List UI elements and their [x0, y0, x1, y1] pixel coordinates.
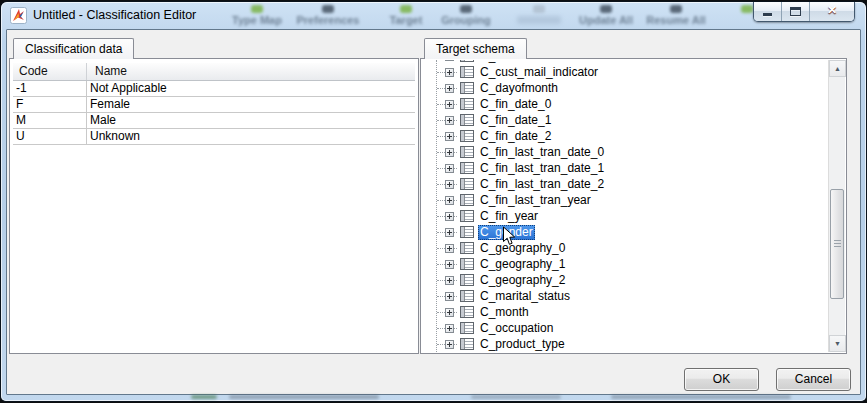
expand-plus-icon[interactable]: [445, 308, 454, 317]
tree-item-label[interactable]: C_fin_last_tran_date_0: [478, 145, 606, 160]
ghost-toolbar-item: Grouping: [441, 14, 491, 26]
tree-item[interactable]: C_fin_last_tran_date_0: [422, 144, 828, 160]
table-row[interactable]: MMale: [13, 113, 415, 129]
tree-scrollbar[interactable]: [828, 60, 845, 352]
expand-plus-icon[interactable]: [445, 132, 454, 141]
dialog-client-area: Classification data Code Name -1Not Appl…: [6, 29, 861, 395]
expand-plus-icon[interactable]: [445, 164, 454, 173]
table-field-icon: [460, 226, 474, 238]
tab-classification-data[interactable]: Classification data: [13, 38, 134, 59]
minimize-button[interactable]: [754, 2, 782, 21]
tree-item[interactable]: C_fin_last_tran_date_1: [422, 160, 828, 176]
tree-item[interactable]: C_geography_2: [422, 272, 828, 288]
expand-plus-icon[interactable]: [445, 276, 454, 285]
expand-plus-icon[interactable]: [445, 292, 454, 301]
expand-plus-icon[interactable]: [445, 180, 454, 189]
tree-item[interactable]: C_geography_1: [422, 256, 828, 272]
tree-item[interactable]: C_fin_date_2: [422, 128, 828, 144]
table-row[interactable]: -1Not Applicable: [13, 81, 415, 97]
tree-item-label[interactable]: C_fin_last_tran_date_2: [478, 177, 606, 192]
table-field-icon: [460, 290, 474, 302]
tree-item[interactable]: C_fin_date_0: [422, 96, 828, 112]
table-row[interactable]: FFemale: [13, 97, 415, 113]
tree-item-label[interactable]: C_fin_year: [478, 209, 540, 224]
expand-plus-icon[interactable]: [445, 68, 454, 77]
ghost-toolbar-item-disabled: [517, 16, 561, 24]
maximize-button[interactable]: [782, 2, 810, 21]
glass-smudge-dark-1: [229, 395, 379, 399]
tree-item[interactable]: C_cust_mail_indicator: [422, 64, 828, 80]
expand-plus-icon[interactable]: [445, 244, 454, 253]
tab-target-schema-label: Target schema: [436, 42, 515, 56]
scroll-up-icon[interactable]: [829, 60, 846, 77]
expand-plus-icon[interactable]: [445, 148, 454, 157]
app-icon: [10, 7, 27, 24]
expand-plus-icon[interactable]: [445, 60, 454, 61]
tree-item-label[interactable]: C_geography_1: [478, 257, 567, 272]
table-row[interactable]: UUnknown: [13, 129, 415, 145]
cell-name[interactable]: Female: [87, 97, 415, 112]
tree-item[interactable]: C_occupation: [422, 320, 828, 336]
expand-plus-icon[interactable]: [445, 212, 454, 221]
tree-item-label[interactable]: C_geography_2: [478, 273, 567, 288]
cancel-button[interactable]: Cancel: [776, 368, 851, 391]
close-icon: [810, 3, 854, 17]
scrollbar-thumb[interactable]: [830, 189, 844, 299]
tree-item-label[interactable]: C_occupation: [478, 321, 555, 336]
expand-plus-icon[interactable]: [445, 324, 454, 333]
expand-plus-icon[interactable]: [445, 228, 454, 237]
tree-item-label[interactable]: C_fin_last_tran_date_1: [478, 161, 606, 176]
tree-item[interactable]: C_fin_date_1: [422, 112, 828, 128]
cell-name[interactable]: Unknown: [87, 129, 415, 144]
tree-item[interactable]: C_marital_status: [422, 288, 828, 304]
expand-plus-icon[interactable]: [445, 100, 454, 109]
tree-item-selected[interactable]: C_gender: [422, 224, 828, 240]
tab-target-schema[interactable]: Target schema: [424, 38, 527, 59]
table-field-icon: [460, 306, 474, 318]
scroll-down-icon[interactable]: [829, 335, 846, 352]
glass-smudge-dark-3: [611, 395, 791, 399]
cell-name[interactable]: Male: [87, 113, 415, 128]
tree-item-label[interactable]: C_fin_date_1: [478, 113, 553, 128]
tree-item[interactable]: C_geography_0: [422, 240, 828, 256]
tree-item-label[interactable]: C_marital_status: [478, 289, 572, 304]
table-field-icon: [460, 66, 474, 78]
tree-item-label[interactable]: C_fin_last_tran_year: [478, 193, 593, 208]
tree-item[interactable]: C_fin_last_tran_year: [422, 192, 828, 208]
column-header-name[interactable]: Name: [87, 63, 415, 80]
table-field-icon: [460, 258, 474, 270]
title-bar[interactable]: Untitled - Classification Editor Type Ma…: [1, 2, 866, 29]
table-field-icon: [460, 194, 474, 206]
ghost-toolbar-item: Update All: [579, 14, 633, 26]
expand-plus-icon[interactable]: [445, 196, 454, 205]
tree-item-label[interactable]: C_fin_date_0: [478, 97, 553, 112]
expand-plus-icon[interactable]: [445, 116, 454, 125]
tree-item[interactable]: C_product_type: [422, 336, 828, 352]
tree-item[interactable]: C_month: [422, 304, 828, 320]
table-body: -1Not ApplicableFFemaleMMaleUUnknown: [13, 81, 415, 145]
tree-item-label[interactable]: C_product_type: [478, 337, 567, 352]
ghost-toolbar-icon: [741, 5, 753, 13]
expand-plus-icon[interactable]: [445, 260, 454, 269]
cell-code[interactable]: U: [13, 129, 87, 144]
table-field-icon: [460, 178, 474, 190]
ok-button[interactable]: OK: [684, 368, 759, 391]
close-button[interactable]: [810, 2, 854, 21]
cell-code[interactable]: -1: [13, 81, 87, 96]
tree-item[interactable]: C_fin_last_tran_date_2: [422, 176, 828, 192]
tree-item-label[interactable]: C_month: [478, 305, 531, 320]
tree-item[interactable]: C_dayofmonth: [422, 80, 828, 96]
tree-item-label[interactable]: C_…: [478, 60, 509, 64]
tree-item-label[interactable]: C_cust_mail_indicator: [478, 65, 600, 80]
expand-plus-icon[interactable]: [445, 340, 454, 349]
expand-plus-icon[interactable]: [445, 84, 454, 93]
classification-editor-dialog: Untitled - Classification Editor Type Ma…: [1, 2, 866, 401]
cell-code[interactable]: M: [13, 113, 87, 128]
cell-name[interactable]: Not Applicable: [87, 81, 415, 96]
tree-item-label[interactable]: C_fin_date_2: [478, 129, 553, 144]
column-header-code[interactable]: Code: [13, 63, 87, 80]
cell-code[interactable]: F: [13, 97, 87, 112]
tree-item-label[interactable]: C_dayofmonth: [478, 81, 560, 96]
tree-item[interactable]: C_fin_year: [422, 208, 828, 224]
tree-item-label[interactable]: C_geography_0: [478, 241, 567, 256]
